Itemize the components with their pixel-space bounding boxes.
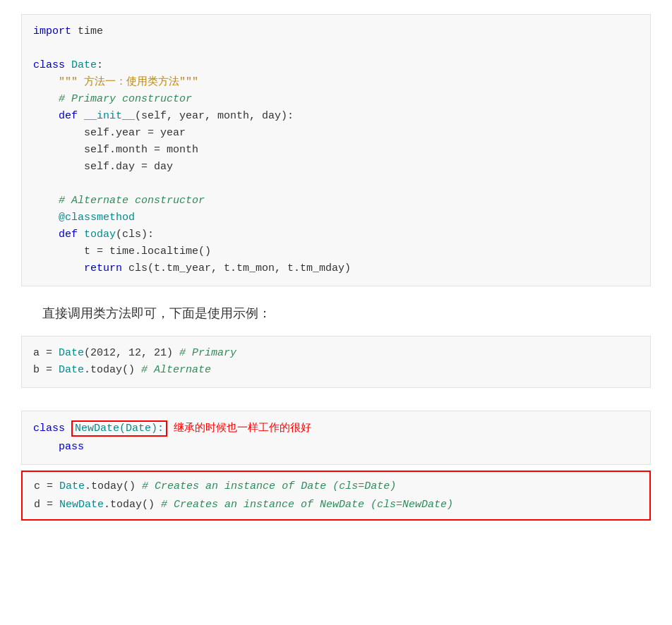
line-b-assign: b = Date.today() # Alternate: [33, 362, 639, 379]
code-block-3: class NewDate(Date): 继承的时候也一样工作的很好 pass: [21, 411, 651, 465]
line-def-init: def __init__(self, year, month, day):: [33, 108, 639, 125]
keyword-def: def: [59, 110, 78, 122]
cn-date1: Date: [59, 347, 84, 359]
line-t-assign: t = time.localtime(): [33, 243, 639, 260]
line-def-today: def today(cls):: [33, 226, 639, 243]
keyword-return: return: [84, 262, 122, 274]
cn-newdate2: NewDate: [59, 499, 104, 511]
line-class-date: class Date:: [33, 57, 639, 74]
line-self-year: self.year = year: [33, 125, 639, 142]
prose-1: 直接调用类方法即可，下面是使用示例：: [21, 298, 651, 329]
classname-date: Date: [71, 59, 97, 71]
keyword-class: class: [33, 59, 65, 71]
decorator-classmethod: @classmethod: [59, 212, 135, 224]
code-block-1: import time class Date: """ 方法一：使用类方法"""…: [21, 14, 651, 286]
keyword-pass: pass: [59, 441, 84, 453]
comment-c-creates: # Creates an instance of Date (cls=Date): [142, 480, 396, 492]
line-self-month: self.month = month: [33, 142, 639, 159]
cn-newdate: NewDate(Date):: [75, 423, 164, 435]
plain-time: time: [71, 25, 103, 37]
line-return: return cls(t.tm_year, t.tm_mon, t.tm_mda…: [33, 260, 639, 277]
line-import: import time: [33, 23, 639, 40]
keyword-import: import: [33, 25, 71, 37]
line-self-day: self.day = day: [33, 159, 639, 176]
spacer: [21, 399, 651, 411]
line-blank1: [33, 40, 639, 57]
line-comment-primary: # Primary constructor: [33, 91, 639, 108]
line-classmethod: @classmethod: [33, 210, 639, 226]
instance-text: instance: [224, 480, 275, 492]
code-block-2: a = Date(2012, 12, 21) # Primary b = Dat…: [21, 336, 651, 388]
creates-text: Creates: [155, 480, 199, 492]
line-c-assign: c = Date.today() # Creates an instance o…: [34, 478, 638, 496]
fn-init: __init__: [84, 110, 135, 122]
keyword-def2: def: [59, 229, 78, 241]
comment-inheritance: 继承的时候也一样工作的很好: [174, 423, 311, 435]
of-text: of: [282, 480, 294, 492]
line-comment-alt: # Alternate constructor: [33, 193, 639, 210]
line-blank2: [33, 176, 639, 193]
comment-primary: # Primary constructor: [33, 93, 192, 105]
comment-d-creates: # Creates an instance of NewDate (cls=Ne…: [161, 499, 453, 511]
cn-date2: Date: [59, 364, 84, 376]
cn-date3: Date: [59, 480, 85, 492]
line-docstring: """ 方法一：使用类方法""": [33, 74, 639, 91]
comment-alt: # Alternate constructor: [33, 195, 205, 207]
comment-primary-label: # Primary: [179, 347, 236, 359]
docstring-text: """ 方法一：使用类方法""": [33, 76, 198, 88]
keyword-class2: class: [33, 423, 65, 435]
line-pass: pass: [33, 438, 639, 456]
code-block-4: c = Date.today() # Creates an instance o…: [21, 471, 651, 521]
classname-newdate-boxed: NewDate(Date):: [71, 420, 167, 437]
line-class-newdate: class NewDate(Date): 继承的时候也一样工作的很好: [33, 420, 639, 438]
line-a-assign: a = Date(2012, 12, 21) # Primary: [33, 345, 639, 362]
line-d-assign: d = NewDate.today() # Creates an instanc…: [34, 496, 638, 514]
fn-today: today: [84, 229, 116, 241]
comment-alternate-label: # Alternate: [141, 364, 211, 376]
